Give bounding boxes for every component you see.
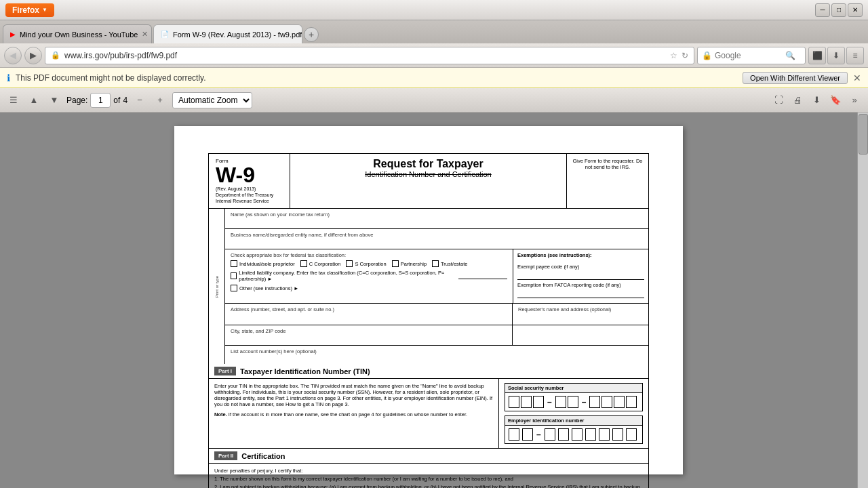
other-checkbox: Other (see instructions) ► — [231, 285, 298, 291]
other-label: Other (see instructions) ► — [239, 285, 298, 291]
partnership-checkbox-box[interactable] — [392, 260, 399, 267]
ssn-dash-1: – — [547, 397, 552, 407]
maximize-button[interactable]: □ — [831, 3, 846, 17]
print-button[interactable]: 🖨 — [789, 92, 806, 108]
fit-page-button[interactable]: ⛶ — [770, 92, 787, 108]
bookmark-button[interactable]: 🔖 — [827, 92, 844, 108]
address-text: www.irs.gov/pub/irs-pdf/fw9.pdf — [64, 51, 177, 60]
scrollbar[interactable] — [857, 113, 868, 488]
tin-left: Enter your TIN in the appropriate box. T… — [209, 379, 499, 448]
ein-cell-3[interactable] — [545, 428, 555, 441]
address-bar[interactable]: 🔒 www.irs.gov/pub/irs-pdf/fw9.pdf ☆ ↻ — [45, 47, 694, 64]
ssn-cell-5[interactable] — [568, 396, 578, 408]
list-label: List account number(s) here (optional) — [231, 348, 643, 354]
menu-button[interactable]: ≡ — [846, 47, 864, 64]
search-bar[interactable]: 🔒 🔍 — [697, 47, 806, 64]
forward-button[interactable]: ▶ — [24, 47, 42, 64]
ssn-cell-6[interactable] — [589, 396, 600, 408]
more-tools-button[interactable]: » — [846, 92, 863, 108]
new-tab-button[interactable]: + — [304, 27, 319, 42]
ssn-cell-7[interactable] — [601, 396, 612, 408]
ein-cell-1[interactable] — [509, 428, 519, 441]
exemptions-panel: Exemptions (see instructions): Exempt pa… — [513, 249, 648, 303]
business-row: Business name/disregarded entity name, i… — [225, 229, 648, 249]
ssn-cell-9[interactable] — [626, 396, 637, 408]
scrollbar-thumb[interactable] — [859, 114, 868, 155]
ein-cell-8[interactable] — [612, 428, 623, 441]
pdf-page: Form W-9 (Rev. August 2013) Department o… — [174, 126, 683, 474]
ein-cell-6[interactable] — [585, 428, 596, 441]
ssn-cell-1[interactable] — [509, 396, 519, 408]
business-label: Business name/disregarded entity name, i… — [231, 232, 643, 238]
ein-cell-2[interactable] — [522, 428, 533, 441]
check-label: Check appropriate box for federal tax cl… — [231, 252, 507, 258]
llc-checkbox-box[interactable] — [231, 272, 237, 279]
note-text: If the account is in more than one name,… — [229, 411, 467, 418]
llc-checkbox: Limited liability company. Enter the tax… — [231, 270, 507, 282]
search-magnify-icon[interactable]: 🔍 — [785, 51, 795, 60]
firefox-menu-button[interactable]: Firefox — [5, 3, 54, 17]
page-number-input[interactable] — [90, 93, 111, 108]
form-header: Form W-9 (Rev. August 2013) Department o… — [208, 153, 649, 209]
download-pdf-button[interactable]: ⬇ — [808, 92, 825, 108]
minimize-button[interactable]: ─ — [815, 3, 830, 17]
search-input[interactable] — [715, 51, 783, 60]
notification-close-icon[interactable]: ✕ — [853, 73, 861, 83]
bookmark-star-icon[interactable]: ☆ — [670, 51, 677, 60]
ein-box: Employer identification number – — [505, 415, 643, 444]
ein-label: Employer identification number — [505, 416, 642, 426]
info-icon: ℹ — [7, 73, 10, 83]
note-section: Note. If the account is in more than one… — [214, 411, 493, 418]
part2-header-row: Part II Certification — [209, 449, 648, 464]
ssn-group-2 — [555, 396, 579, 408]
home-button[interactable]: ⬛ — [808, 47, 826, 64]
zoom-in-button[interactable]: + — [152, 92, 168, 108]
refresh-icon[interactable]: ↻ — [682, 51, 688, 60]
next-page-button[interactable]: ▼ — [46, 92, 62, 108]
zoom-select[interactable]: Automatic Zoom — [172, 92, 252, 108]
back-button[interactable]: ◀ — [4, 47, 22, 64]
part1-title: Taxpayer Identification Number (TIN) — [240, 367, 370, 375]
prev-page-button[interactable]: ▲ — [26, 92, 42, 108]
close-button[interactable]: ✕ — [848, 3, 863, 17]
notification-message: This PDF document might not be displayed… — [16, 73, 206, 83]
tab-pdf[interactable]: 📄 Form W-9 (Rev. August 2013) - fw9.pdf … — [153, 24, 302, 43]
tax-classification-main: Check appropriate box for federal tax cl… — [225, 249, 513, 303]
s-corp-checkbox-box[interactable] — [346, 260, 353, 267]
ein-cell-4[interactable] — [558, 428, 569, 441]
checkbox-row-2: Limited liability company. Enter the tax… — [231, 270, 507, 282]
form-rev: (Rev. August 2013) — [216, 186, 283, 192]
under-penalties-text: Under penalties of perjury, I certify th… — [214, 468, 643, 474]
open-viewer-button[interactable]: Open With Different Viewer — [743, 72, 848, 84]
download-button[interactable]: ⬇ — [827, 47, 845, 64]
ein-cell-9[interactable] — [626, 428, 637, 441]
other-checkbox-box[interactable] — [231, 285, 237, 291]
note-label: Note. — [214, 411, 227, 418]
ein-cell-5[interactable] — [572, 428, 583, 441]
youtube-favicon-icon: ▶ — [10, 30, 16, 39]
ein-fields: – — [505, 426, 642, 443]
zoom-out-button[interactable]: − — [132, 92, 148, 108]
part1-header-row: Part I Taxpayer Identification Number (T… — [209, 364, 648, 379]
ssn-cell-2[interactable] — [521, 396, 532, 408]
tab-youtube-close-icon[interactable]: ✕ — [142, 30, 148, 39]
ein-cell-7[interactable] — [599, 428, 610, 441]
checkbox-row-1: Individual/sole proprietor C Corporation… — [231, 260, 507, 267]
address-label: Address (number, street, and apt. or sui… — [231, 306, 507, 312]
ein-dash: – — [536, 430, 541, 439]
trust-checkbox-box[interactable] — [432, 260, 439, 267]
ssn-cell-3[interactable] — [533, 396, 544, 408]
c-corp-checkbox-box[interactable] — [300, 260, 307, 267]
toggle-sidebar-button[interactable]: ☰ — [5, 92, 22, 108]
s-corp-checkbox: S Corporation — [346, 260, 386, 267]
tab-bar: ▶ Mind your Own Business - YouTube ✕ 📄 F… — [0, 20, 868, 43]
pdf-container[interactable]: Form W-9 (Rev. August 2013) Department o… — [0, 113, 857, 488]
window-controls: ─ □ ✕ — [815, 3, 863, 17]
tab-youtube[interactable]: ▶ Mind your Own Business - YouTube ✕ — [3, 24, 152, 43]
ssn-label: Social security number — [505, 384, 642, 393]
partnership-checkbox: Partnership — [392, 260, 427, 267]
ssn-cell-4[interactable] — [555, 396, 566, 408]
individual-checkbox-box[interactable] — [231, 260, 237, 267]
city-right — [513, 325, 648, 345]
ssn-cell-8[interactable] — [614, 396, 625, 408]
